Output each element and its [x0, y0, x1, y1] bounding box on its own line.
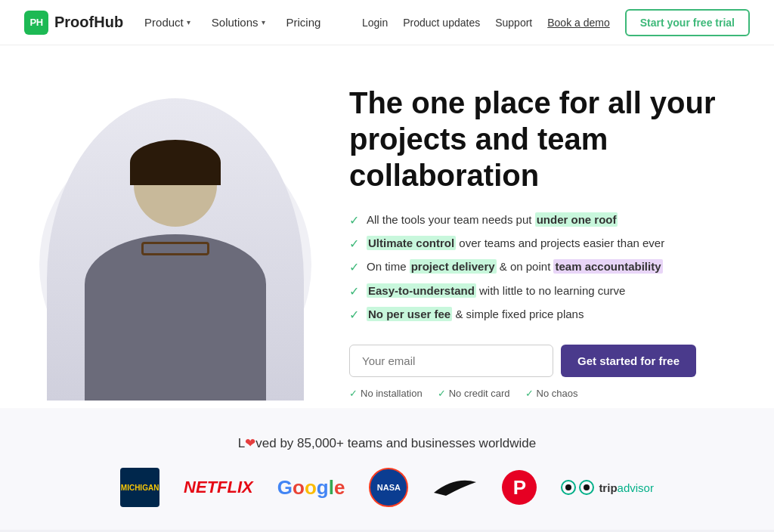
no-installation-check: ✓ No installation: [349, 388, 423, 399]
check-icon-2: ✓: [349, 236, 359, 252]
email-input[interactable]: [349, 345, 553, 377]
hero-features-list: ✓ All the tools your team needs put unde…: [349, 212, 727, 324]
hero-person: [47, 98, 304, 401]
feature-item-3: ✓ On time project delivery & on point te…: [349, 258, 727, 276]
start-trial-button[interactable]: Start your free trial: [625, 9, 750, 36]
check-icon-5: ✓: [349, 307, 359, 323]
pricing-nav-link[interactable]: Pricing: [286, 16, 321, 29]
solutions-nav-link[interactable]: Solutions ▾: [212, 16, 265, 29]
logo-text: ProofHub: [54, 14, 123, 31]
heart-icon: ❤: [245, 436, 255, 450]
check-icon-4: ✓: [349, 283, 359, 300]
logo-google: Google: [277, 476, 345, 500]
hero-image: [17, 83, 334, 401]
book-demo-link[interactable]: Book a demo: [547, 17, 610, 29]
highlight-1: under one roof: [535, 212, 618, 227]
loved-text: L❤ved by 85,000+ teams and businesses wo…: [30, 435, 744, 451]
email-cta-row: Get started for free: [349, 345, 727, 377]
logo-nasa: NASA: [369, 468, 408, 507]
highlight-4: Easy-to-understand: [367, 283, 476, 298]
login-link[interactable]: Login: [362, 17, 388, 29]
hero-content: The one place for all your projects and …: [334, 85, 727, 400]
no-credit-card-check: ✓ No credit card: [438, 388, 510, 399]
hero-section: The one place for all your projects and …: [0, 45, 774, 408]
social-proof-section: L❤ved by 85,000+ teams and businesses wo…: [0, 408, 774, 530]
check-icon-1: ✓: [349, 212, 359, 229]
logo-netflix: NETFLIX: [184, 478, 253, 497]
small-check-icon-2: ✓: [438, 388, 446, 399]
small-check-icon-3: ✓: [525, 388, 534, 399]
person-glasses: [141, 242, 209, 255]
logos-row: MICHIGAN NETFLIX Google NASA P tripadvis…: [30, 468, 744, 507]
highlight-3b: team accountability: [553, 259, 662, 274]
person-body: [85, 234, 266, 401]
product-chevron-icon: ▾: [187, 18, 190, 26]
feature-item-5: ✓ No per user fee & simple fixed price p…: [349, 306, 727, 323]
feature-item-2: ✓ Ultimate control over teams and projec…: [349, 235, 727, 252]
navigation: PH ProofHub Product ▾ Solutions ▾ Pricin…: [0, 0, 774, 45]
solutions-chevron-icon: ▾: [262, 18, 265, 26]
logo-michigan: MICHIGAN: [120, 468, 159, 507]
check-icon-3: ✓: [349, 259, 359, 276]
product-updates-link[interactable]: Product updates: [403, 17, 480, 29]
hero-title: The one place for all your projects and …: [349, 85, 727, 193]
feature-item-4: ✓ Easy-to-understand with little to no l…: [349, 283, 727, 300]
logo-link[interactable]: PH ProofHub: [24, 11, 123, 35]
small-checks-row: ✓ No installation ✓ No credit card ✓ No …: [349, 388, 727, 399]
nav-right: Login Product updates Support Book a dem…: [362, 9, 750, 36]
product-nav-link[interactable]: Product ▾: [144, 16, 190, 29]
no-chaos-check: ✓ No chaos: [525, 388, 578, 399]
highlight-2: Ultimate control: [367, 236, 456, 250]
person-hair: [130, 140, 221, 185]
small-check-icon-1: ✓: [349, 388, 358, 399]
feature-item-1: ✓ All the tools your team needs put unde…: [349, 212, 727, 229]
highlight-3a: project delivery: [410, 259, 497, 274]
nav-left: PH ProofHub Product ▾ Solutions ▾ Pricin…: [24, 11, 320, 35]
logo-tripadvisor: tripadvisor: [561, 480, 654, 495]
support-link[interactable]: Support: [495, 17, 532, 29]
logo-icon: PH: [24, 11, 48, 35]
highlight-5: No per user fee: [367, 307, 452, 321]
logo-pinterest: P: [502, 470, 537, 505]
logo-nike: [432, 476, 478, 499]
get-started-button[interactable]: Get started for free: [561, 345, 696, 377]
